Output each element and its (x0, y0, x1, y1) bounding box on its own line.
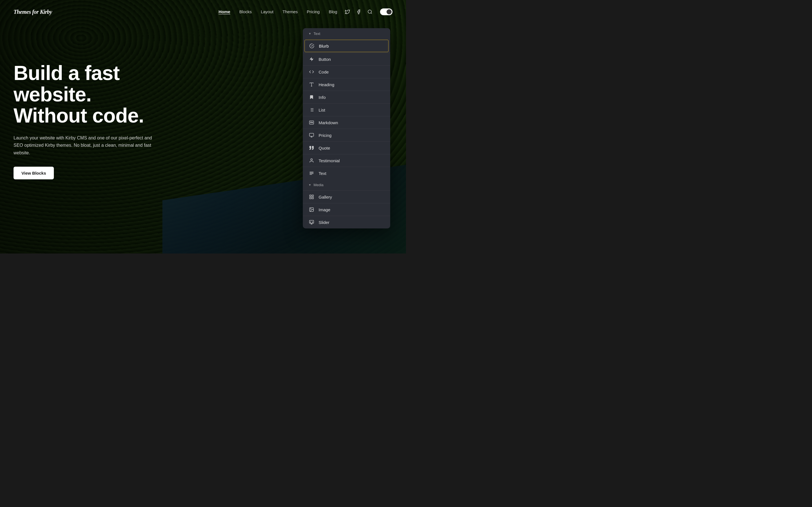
dropdown-item-code[interactable]: Code (303, 65, 390, 78)
dropdown-item-list[interactable]: List (303, 103, 390, 116)
svg-line-1 (371, 13, 371, 13)
list-icon (308, 107, 315, 113)
svg-rect-12 (310, 133, 314, 136)
testimonial-label: Testimonial (319, 158, 340, 163)
dropdown-item-quote[interactable]: Quote (303, 142, 390, 154)
list-label: List (319, 108, 325, 112)
media-section-chevron: ▼ (308, 183, 311, 186)
pricing-icon (308, 132, 315, 138)
gallery-icon (308, 194, 315, 200)
media-section-header: ▼ Media (303, 179, 390, 190)
dropdown-item-gallery[interactable]: Gallery (303, 190, 390, 203)
dropdown-item-button[interactable]: Button (303, 53, 390, 65)
image-label: Image (319, 207, 331, 212)
svg-rect-23 (310, 198, 311, 199)
nav-layout[interactable]: Layout (261, 9, 273, 14)
pricing-label: Pricing (319, 133, 332, 138)
heading-icon (308, 81, 315, 88)
nav-icons (344, 8, 393, 15)
view-blocks-button[interactable]: View Blocks (13, 167, 54, 179)
nav-blocks[interactable]: Blocks (239, 9, 252, 14)
hero-content: Build a fast website. Without code. Laun… (13, 62, 177, 179)
dropdown-item-testimonial[interactable]: Testimonial (303, 154, 390, 167)
search-icon[interactable] (366, 8, 373, 15)
svg-point-25 (310, 209, 311, 209)
markdown-label: Markdown (319, 120, 338, 125)
svg-rect-22 (312, 198, 313, 199)
svg-point-0 (368, 10, 371, 13)
button-label: Button (319, 57, 331, 62)
dropdown-item-heading[interactable]: Heading (303, 78, 390, 91)
nav-pricing[interactable]: Pricing (307, 9, 320, 14)
nav-links: Home Blocks Layout Themes Pricing Blog (218, 9, 337, 14)
slider-icon (308, 219, 315, 225)
nav-blog[interactable]: Blog (329, 9, 337, 14)
text-label: Text (319, 171, 326, 176)
facebook-icon[interactable] (355, 8, 362, 15)
heading-label: Heading (319, 82, 335, 87)
brand-logo: Themes for Kirby (13, 9, 52, 15)
hero-title-line2: Without code. (13, 104, 144, 127)
code-icon (308, 69, 315, 75)
dropdown-item-text[interactable]: Text (303, 167, 390, 179)
slider-label: Slider (319, 220, 329, 225)
nav-themes[interactable]: Themes (283, 9, 298, 14)
blurb-icon (309, 43, 315, 49)
blocks-dropdown-panel: ▼ Text Blurb Button (303, 28, 390, 228)
dropdown-item-markdown[interactable]: Markdown (303, 116, 390, 129)
hero-subtitle: Launch your website with Kirby CMS and o… (13, 134, 160, 157)
svg-rect-26 (310, 220, 314, 223)
blurb-label: Blurb (319, 44, 329, 48)
info-label: Info (319, 95, 326, 100)
media-section-label: Media (313, 183, 323, 187)
svg-marker-2 (310, 57, 313, 61)
info-icon (308, 94, 315, 100)
quote-icon (308, 145, 315, 151)
svg-rect-20 (310, 195, 311, 196)
dropdown-item-image[interactable]: Image (303, 203, 390, 216)
hero-title: Build a fast website. Without code. (13, 62, 177, 126)
hero-section: Themes for Kirby Home Blocks Layout Them… (0, 0, 406, 253)
quote-label: Quote (319, 146, 330, 151)
dropdown-item-info[interactable]: Info (303, 91, 390, 103)
twitter-icon[interactable] (344, 8, 351, 15)
code-label: Code (319, 69, 329, 74)
svg-point-15 (311, 159, 312, 160)
image-icon (308, 207, 315, 213)
button-icon (308, 56, 315, 62)
dropdown-item-pricing[interactable]: Pricing (303, 129, 390, 142)
navbar: Themes for Kirby Home Blocks Layout Them… (0, 0, 406, 24)
markdown-icon (308, 119, 315, 126)
dark-mode-toggle[interactable] (380, 8, 393, 15)
text-section-header: ▼ Text (303, 28, 390, 39)
text-section-chevron: ▼ (308, 32, 311, 35)
hero-title-line1: Build a fast website. (13, 62, 119, 106)
testimonial-icon (308, 158, 315, 164)
gallery-label: Gallery (319, 194, 332, 200)
dropdown-item-blurb[interactable]: Blurb (305, 40, 389, 52)
svg-rect-21 (312, 195, 313, 196)
text-section-label: Text (313, 32, 320, 36)
dropdown-item-slider[interactable]: Slider (303, 216, 390, 228)
text-icon (308, 170, 315, 176)
nav-home[interactable]: Home (218, 9, 231, 14)
